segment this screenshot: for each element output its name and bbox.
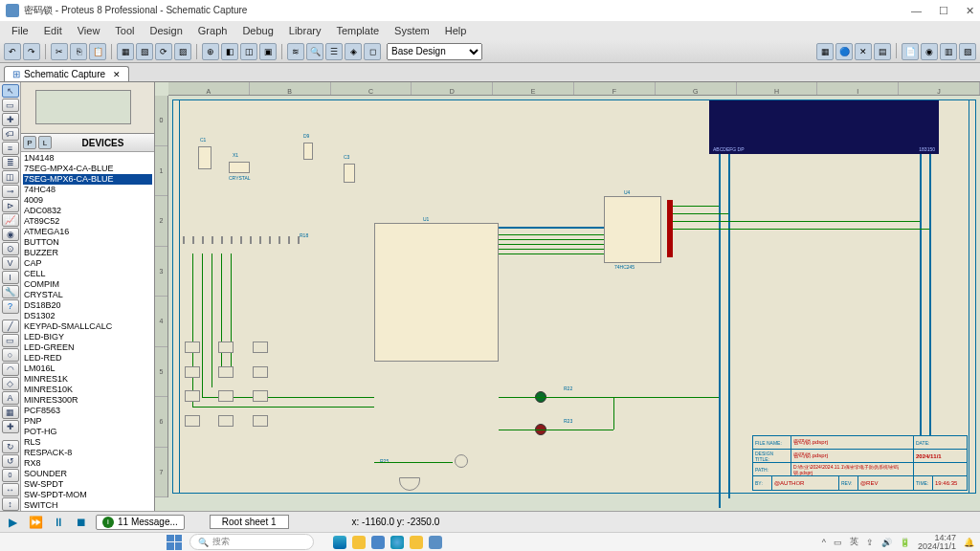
arc-2d[interactable]: ◠: [2, 363, 19, 376]
terminals-mode[interactable]: ⊸: [2, 185, 19, 198]
buses-mode[interactable]: ≣: [2, 156, 19, 169]
taskbar-edge-icon[interactable]: [333, 536, 346, 549]
box-2d[interactable]: ▭: [2, 334, 19, 347]
menu-debug[interactable]: Debug: [234, 25, 280, 36]
pick-device-button[interactable]: P: [23, 136, 36, 149]
taskbar-browser-icon[interactable]: [390, 536, 404, 549]
device-row[interactable]: MINRES300R: [23, 395, 152, 406]
pcb-button[interactable]: 🔵: [835, 43, 853, 60]
resistor-r18[interactable]: [183, 236, 307, 253]
messages-button[interactable]: i 11 Message...: [96, 515, 185, 530]
help-button[interactable]: ?: [2, 299, 19, 313]
mcu-u1[interactable]: U1: [374, 223, 499, 362]
stop-button[interactable]: ⏹: [73, 514, 90, 531]
mirror-v[interactable]: ↕: [2, 497, 19, 511]
device-row[interactable]: SW-SPDT-MOM: [23, 490, 152, 500]
property-button[interactable]: ☰: [325, 43, 343, 60]
keypad[interactable]: [185, 342, 280, 433]
crystal-x1[interactable]: [229, 162, 250, 173]
minimize-button[interactable]: —: [911, 5, 922, 17]
tray-volume-icon[interactable]: 🔊: [881, 538, 892, 547]
tray-chevron[interactable]: ^: [822, 538, 826, 547]
library-button[interactable]: L: [38, 136, 52, 149]
menu-help[interactable]: Help: [437, 25, 475, 36]
taskbar-folder-icon[interactable]: [352, 536, 366, 549]
device-row[interactable]: CELL: [23, 269, 152, 279]
menu-view[interactable]: View: [70, 25, 108, 36]
device-row[interactable]: SOUNDER: [23, 469, 152, 479]
block-delete-button[interactable]: ▨: [174, 43, 191, 60]
device-row[interactable]: MINRES10K: [23, 385, 152, 395]
path-2d[interactable]: ◇: [2, 377, 19, 390]
tray-drive-icon[interactable]: ▭: [834, 538, 842, 547]
device-row[interactable]: 7SEG-MPX4-CA-BLUE: [23, 164, 152, 174]
menu-graph[interactable]: Graph: [190, 25, 235, 36]
text-script-mode[interactable]: ≡: [2, 142, 19, 155]
device-pins-mode[interactable]: ⊳: [2, 199, 19, 212]
tray-wifi-icon[interactable]: ⇪: [866, 538, 874, 547]
marker-2d[interactable]: ✚: [2, 420, 19, 433]
device-row[interactable]: LED-GREEN: [23, 342, 152, 353]
subcircuit-mode[interactable]: ◫: [2, 170, 19, 184]
junction-mode[interactable]: ✚: [2, 113, 19, 126]
schematic-canvas[interactable]: ABCDEFGHIJ 01234567 ABCDEFG DP 183150 U1…: [155, 82, 980, 511]
paste-button[interactable]: 📋: [89, 43, 106, 60]
copy-button[interactable]: ⎘: [70, 43, 87, 60]
decompose-button[interactable]: ◫: [240, 43, 257, 60]
selection-mode[interactable]: ↖: [2, 84, 19, 98]
menu-system[interactable]: System: [387, 25, 437, 36]
cap-c1[interactable]: [198, 146, 212, 169]
maximize-button[interactable]: ☐: [939, 5, 948, 17]
angle-input[interactable]: 0: [2, 469, 19, 482]
3d-button[interactable]: ✕: [855, 43, 872, 60]
rotate-cw[interactable]: ↻: [2, 440, 19, 453]
cut-button[interactable]: ✂: [51, 43, 68, 60]
menu-library[interactable]: Library: [281, 25, 329, 36]
menu-template[interactable]: Template: [328, 25, 387, 36]
generator-mode[interactable]: ⊙: [2, 242, 19, 255]
step-button[interactable]: ⏩: [27, 514, 44, 531]
wire-autoroute-button[interactable]: ≋: [287, 43, 304, 60]
tab-schematic[interactable]: ⊞ Schematic Capture ✕: [4, 66, 129, 81]
symbol-2d[interactable]: ▦: [2, 406, 19, 419]
package-button[interactable]: ▣: [259, 43, 277, 60]
menu-tool[interactable]: Tool: [107, 25, 142, 36]
transistor[interactable]: [455, 454, 468, 468]
menu-edit[interactable]: Edit: [36, 25, 70, 36]
diode-d9[interactable]: [303, 143, 313, 160]
seven-seg-display[interactable]: ABCDEFG DP 183150: [709, 100, 939, 154]
tape-mode[interactable]: ◉: [2, 228, 19, 241]
tray-ime-icon[interactable]: 英: [850, 536, 858, 548]
undo-button[interactable]: ↶: [4, 43, 21, 60]
bom-button[interactable]: 📄: [902, 43, 919, 60]
design-selector[interactable]: Base Design: [387, 43, 482, 60]
block-rotate-button[interactable]: ⟳: [155, 43, 172, 60]
device-row[interactable]: DS1302: [23, 311, 152, 321]
sheet-selector[interactable]: Root sheet 1: [210, 515, 289, 529]
menu-file[interactable]: File: [4, 25, 36, 36]
wire-label-mode[interactable]: 🏷: [2, 127, 19, 141]
device-row[interactable]: 1N4148: [23, 153, 152, 164]
device-row[interactable]: 74HC48: [23, 185, 152, 195]
circle-2d[interactable]: ○: [2, 348, 19, 362]
close-button[interactable]: ✕: [966, 5, 974, 17]
play-button[interactable]: ▶: [4, 514, 21, 531]
pause-button[interactable]: ⏸: [50, 514, 67, 531]
instruments-mode[interactable]: 🔧: [2, 285, 19, 298]
tab-close[interactable]: ✕: [113, 70, 121, 79]
device-row[interactable]: LM016L: [23, 364, 152, 374]
pick-button[interactable]: ⊕: [202, 43, 219, 60]
device-row[interactable]: CAP: [23, 258, 152, 269]
new-sheet-button[interactable]: ◻: [364, 43, 381, 60]
taskbar-files-icon[interactable]: [410, 536, 423, 549]
device-row[interactable]: AT89C52: [23, 216, 152, 227]
devices-list[interactable]: 1N41487SEG-MPX4-CA-BLUE7SEG-MPX6-CA-BLUE…: [21, 152, 154, 511]
taskbar-store-icon[interactable]: [371, 536, 385, 549]
device-row[interactable]: PCF8563: [23, 406, 152, 416]
report-button[interactable]: ▧: [959, 43, 976, 60]
device-row[interactable]: LED-RED: [23, 353, 152, 364]
component-mode[interactable]: ▭: [2, 99, 19, 112]
device-row[interactable]: 7SEG-MPX6-CA-BLUE: [23, 174, 152, 185]
device-row[interactable]: RESPACK-8: [23, 448, 152, 458]
block-move-button[interactable]: ▧: [136, 43, 153, 60]
